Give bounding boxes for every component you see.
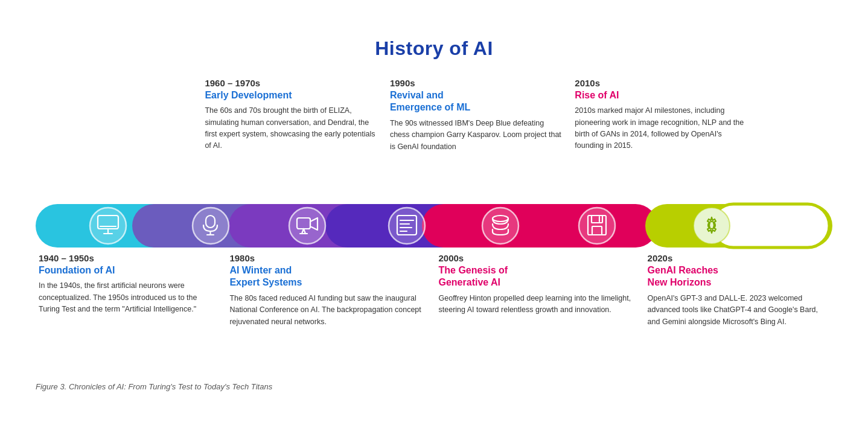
timeline-svg — [36, 199, 832, 253]
bottom-items-row: 1940 – 1950s Foundation of AI In the 194… — [36, 253, 832, 374]
bottom-item-foundation: 1940 – 1950s Foundation of AI In the 194… — [36, 253, 223, 374]
svg-point-13 — [193, 208, 229, 244]
winter-year: 1980s — [229, 253, 426, 263]
bottom-item-genai: 2020s GenAI ReachesNew Horizons OpenAI's… — [642, 253, 832, 374]
svg-point-22 — [389, 208, 425, 244]
bottom-item-winter: 1980s AI Winter andExpert Systems The 80… — [223, 253, 432, 374]
early-dev-title: Early Development — [205, 89, 377, 102]
genai-desc: OpenAI's GPT-3 and DALL-E. 2023 welcomed… — [648, 293, 826, 328]
timeline-wrapper: 1960 – 1970s Early Development The 60s a… — [36, 78, 832, 374]
rise-year: 2010s — [575, 78, 747, 88]
top-item-revival: 1990s Revival andEmergence of ML The 90s… — [384, 78, 569, 199]
page-title: History of AI — [36, 37, 832, 60]
revival-title: Revival andEmergence of ML — [390, 89, 563, 115]
winter-desc: The 80s faced reduced AI funding but saw… — [229, 293, 426, 328]
track-container — [36, 199, 832, 253]
top-items-row: 1960 – 1970s Early Development The 60s a… — [36, 78, 832, 199]
foundation-title: Foundation of AI — [39, 264, 217, 277]
genai-title: GenAI ReachesNew Horizons — [648, 264, 826, 290]
svg-point-17 — [289, 208, 325, 244]
figure-caption: Figure 3. Chronicles of AI: From Turing'… — [36, 382, 832, 391]
page-container: History of AI 1960 – 1970s Early Develop… — [18, 25, 850, 403]
svg-point-28 — [482, 208, 519, 244]
foundation-desc: In the 1940s, the first artificial neuro… — [39, 280, 217, 315]
bottom-item-genesis: 2000s The Genesis ofGenerative AI Geoffr… — [433, 253, 642, 374]
revival-desc: The 90s witnessed IBM's Deep Blue defeat… — [390, 118, 563, 153]
genesis-year: 2000s — [439, 253, 636, 263]
svg-point-37 — [694, 208, 730, 244]
rise-desc: 2010s marked major AI milestones, includ… — [575, 105, 747, 152]
top-item-rise: 2010s Rise of AI 2010s marked major AI m… — [569, 78, 753, 199]
early-dev-year: 1960 – 1970s — [205, 78, 377, 88]
top-item-early-dev: 1960 – 1970s Early Development The 60s a… — [193, 78, 383, 199]
rise-title: Rise of AI — [575, 89, 747, 102]
revival-year: 1990s — [390, 78, 563, 88]
genesis-title: The Genesis ofGenerative AI — [439, 264, 636, 290]
foundation-year: 1940 – 1950s — [39, 253, 217, 263]
winter-title: AI Winter andExpert Systems — [229, 264, 426, 290]
early-dev-desc: The 60s and 70s brought the birth of ELI… — [205, 105, 377, 152]
genesis-desc: Geoffrey Hinton propelled deep learning … — [439, 293, 636, 316]
genai-year: 2020s — [648, 253, 826, 263]
